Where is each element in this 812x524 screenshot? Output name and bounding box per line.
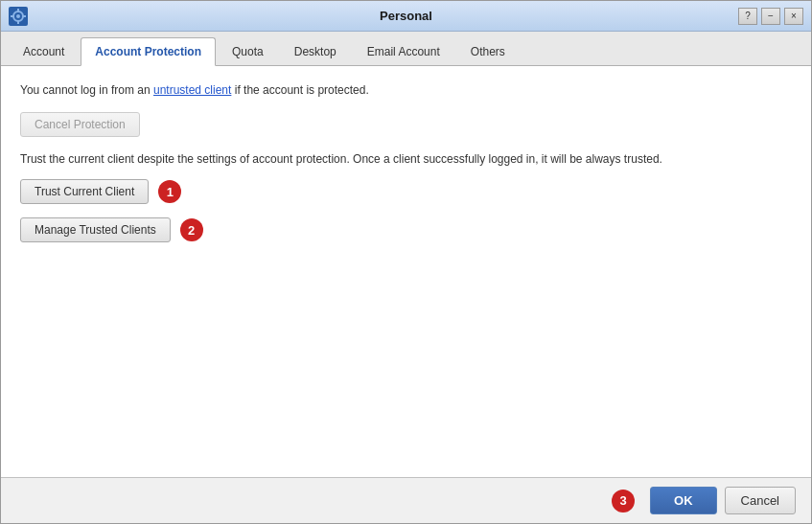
info-text-suffix: if the account is protected. [231,83,368,97]
trust-current-client-button[interactable]: Trust Current Client [20,179,149,204]
tab-quota[interactable]: Quota [218,36,278,65]
cancel-button[interactable]: Cancel [725,487,796,514]
help-button[interactable]: ? [738,8,757,25]
tab-account-protection[interactable]: Account Protection [81,37,216,66]
window-controls: ? − × [738,8,803,25]
cancel-protection-row: Cancel Protection [20,112,792,137]
tab-account[interactable]: Account [9,36,79,65]
manage-trusted-clients-button[interactable]: Manage Trusted Clients [20,217,171,242]
info-text-prefix: You cannot log in from an [20,83,153,97]
tab-others[interactable]: Others [456,36,520,65]
untrusted-client-link[interactable]: untrusted client [153,83,231,97]
tab-desktop[interactable]: Desktop [280,36,351,65]
main-window: Personal ? − × Account Account Protectio… [0,0,812,524]
manage-trusted-row: Manage Trusted Clients 2 [20,217,792,242]
ok-button[interactable]: OK [650,487,717,514]
minimize-button[interactable]: − [761,8,780,25]
app-icon [9,7,28,26]
tab-email-account[interactable]: Email Account [353,36,454,65]
bottom-bar: 3 OK Cancel [1,477,811,523]
tabs-bar: Account Account Protection Quota Desktop… [1,32,811,66]
trust-description: Trust the current client despite the set… [20,150,792,168]
close-button[interactable]: × [784,8,803,25]
cancel-protection-button[interactable]: Cancel Protection [20,112,140,137]
trust-client-row: Trust Current Client 1 [20,179,792,204]
info-message: You cannot log in from an untrusted clie… [20,81,792,99]
badge-3: 3 [612,490,635,513]
svg-point-2 [16,14,20,18]
content-area: You cannot log in from an untrusted clie… [1,66,811,477]
badge-2: 2 [180,218,203,241]
title-bar: Personal ? − × [1,1,811,32]
window-title: Personal [380,9,432,23]
badge-1: 1 [158,180,181,203]
